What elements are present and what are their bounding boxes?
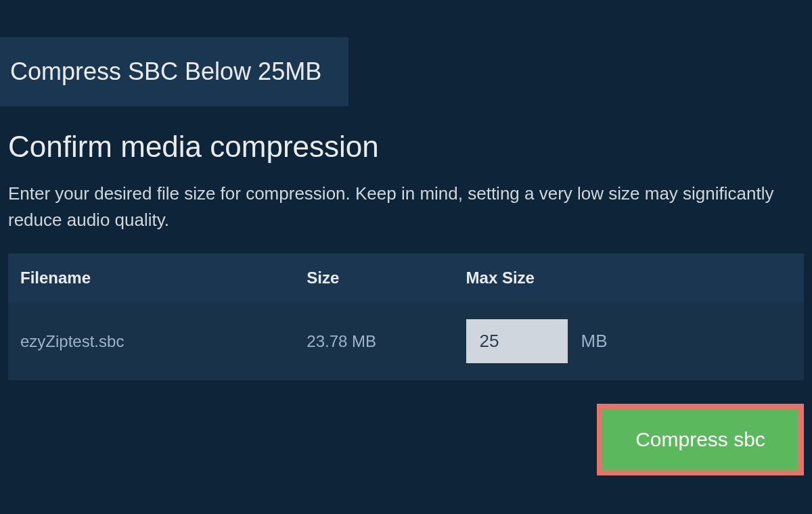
tab-header[interactable]: Compress SBC Below 25MB [0, 37, 348, 106]
maxsize-wrapper: MB [466, 319, 792, 363]
compress-button-highlight: Compress sbc [597, 404, 804, 475]
cell-maxsize: MB [454, 302, 804, 380]
table-row: ezyZiptest.sbc 23.78 MB MB [8, 302, 804, 380]
main-container: Compress SBC Below 25MB Confirm media co… [0, 0, 812, 475]
page-description: Enter your desired file size for compres… [8, 181, 804, 233]
table-header-filename: Filename [8, 254, 294, 302]
compress-button[interactable]: Compress sbc [602, 409, 798, 470]
cell-filename: ezyZiptest.sbc [8, 302, 294, 380]
maxsize-unit: MB [581, 331, 608, 352]
button-row: Compress sbc [8, 404, 804, 475]
cell-size: 23.78 MB [294, 302, 453, 380]
files-table: Filename Size Max Size ezyZiptest.sbc 23… [8, 254, 804, 380]
table-header-size: Size [294, 254, 453, 302]
maxsize-input[interactable] [466, 319, 568, 363]
table-header-maxsize: Max Size [454, 254, 804, 302]
tab-header-label: Compress SBC Below 25MB [10, 57, 321, 85]
page-title: Confirm media compression [8, 130, 804, 164]
